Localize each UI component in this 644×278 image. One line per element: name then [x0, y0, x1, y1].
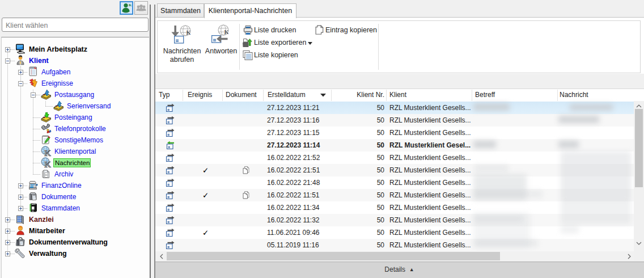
svg-text:K: K	[129, 3, 132, 7]
